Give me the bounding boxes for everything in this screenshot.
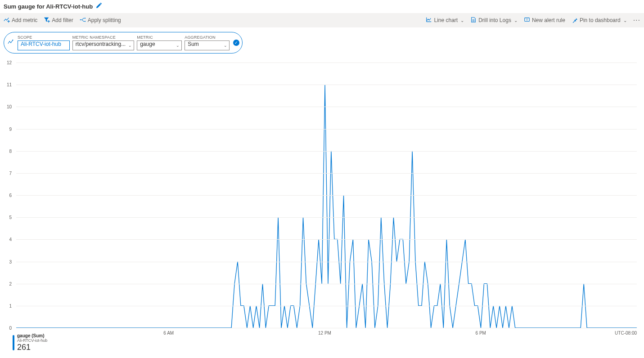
svg-point-2 [85,21,86,22]
gridline [16,284,637,284]
gridline [16,63,637,63]
logs-icon [470,17,477,24]
metric-capsule: SCOPE Ali-RTCV-iot-hub METRIC NAMESPACE … [4,32,243,54]
drill-logs-dropdown[interactable]: Drill into Logs ⌄ [470,17,518,24]
chevron-down-icon: ⌄ [623,18,627,23]
y-axis-tick: 9 [4,126,12,131]
filter-icon [44,17,50,24]
y-axis-tick: 7 [4,170,12,175]
gridline [16,85,637,85]
alert-icon [524,17,530,24]
y-axis-tick: 12 [4,60,12,65]
new-alert-button[interactable]: New alert rule [524,17,565,24]
scope-label: SCOPE [18,35,70,40]
metric-label: METRIC [137,35,182,40]
y-axis-tick: 8 [4,148,12,153]
add-metric-button[interactable]: Add metric [4,17,37,24]
metric-capsule-icon [8,39,14,47]
pin-dashboard-label: Pin to dashboard [580,17,621,23]
x-axis-tick: 6 AM [163,331,174,336]
y-axis-tick: 0 [4,326,12,331]
line-chart-dropdown[interactable]: Line chart ⌄ [426,17,464,24]
edit-title-icon[interactable] [95,3,102,10]
capsule-confirm-icon[interactable]: ✓ [233,40,239,46]
x-axis-tick: 6 PM [476,331,486,336]
namespace-selector[interactable]: rtcv/persontracking... [72,40,134,50]
apply-splitting-button[interactable]: Apply splitting [80,17,121,24]
gridline [16,107,637,107]
legend-color-swatch [13,335,14,350]
y-axis-tick: 2 [4,281,12,286]
gridline [16,129,637,130]
gridline [16,306,637,306]
pin-dashboard-dropdown[interactable]: Pin to dashboard ⌄ [572,17,627,24]
gridline [16,173,637,174]
series-line [16,85,637,328]
parameter-bar: SCOPE Ali-RTCV-iot-hub METRIC NAMESPACE … [0,27,644,58]
y-axis-tick: 6 [4,193,12,198]
chevron-down-icon: ⌄ [514,18,518,23]
add-metric-label: Add metric [12,17,37,23]
namespace-label: METRIC NAMESPACE [72,35,134,40]
add-filter-label: Add filter [52,17,73,23]
y-axis-tick: 5 [4,215,12,220]
line-chart-icon [426,17,432,24]
split-icon [80,17,86,24]
gridline [16,195,637,196]
chart-plot-area[interactable]: 01234567891011126 AM12 PM6 PMUTC-08:00 [13,63,637,328]
x-axis-tick: 12 PM [318,331,331,336]
gridline [16,239,637,240]
gridline [16,262,637,262]
y-axis-tick: 1 [4,303,12,308]
y-axis-tick: 3 [4,259,12,264]
gridline [16,151,637,152]
add-metric-icon [4,17,10,24]
svg-point-1 [85,18,86,18]
legend-value: 261 [17,343,47,352]
add-filter-button[interactable]: Add filter [44,17,73,24]
chevron-down-icon: ⌄ [460,18,464,23]
new-alert-label: New alert rule [532,17,565,23]
timezone-label: UTC-08:00 [615,331,637,336]
pin-icon [572,17,578,24]
legend-series: gauge (Sum) [17,333,47,338]
y-axis-tick: 10 [4,104,12,109]
y-axis-tick: 4 [4,237,12,242]
more-options-button[interactable]: ··· [633,16,640,24]
gridline [16,328,637,328]
legend-resource: Ali-RTCV-iot-hub [17,338,47,343]
gridline [16,217,637,218]
y-axis-tick: 11 [4,82,12,87]
aggregation-selector[interactable]: Sum [185,40,230,50]
svg-point-0 [80,19,81,20]
svg-point-4 [12,40,13,40]
metric-selector[interactable]: gauge [137,40,182,50]
apply-splitting-label: Apply splitting [88,17,121,23]
scope-selector[interactable]: Ali-RTCV-iot-hub [18,40,70,50]
line-chart-label: Line chart [434,17,458,23]
drill-logs-label: Drill into Logs [478,17,511,23]
page-title: Sum gauge for Ali-RTCV-iot-hub [4,3,93,10]
aggregation-label: AGGREGATION [185,35,230,40]
toolbar: Add metric Add filter Apply splitting Li… [0,13,644,27]
